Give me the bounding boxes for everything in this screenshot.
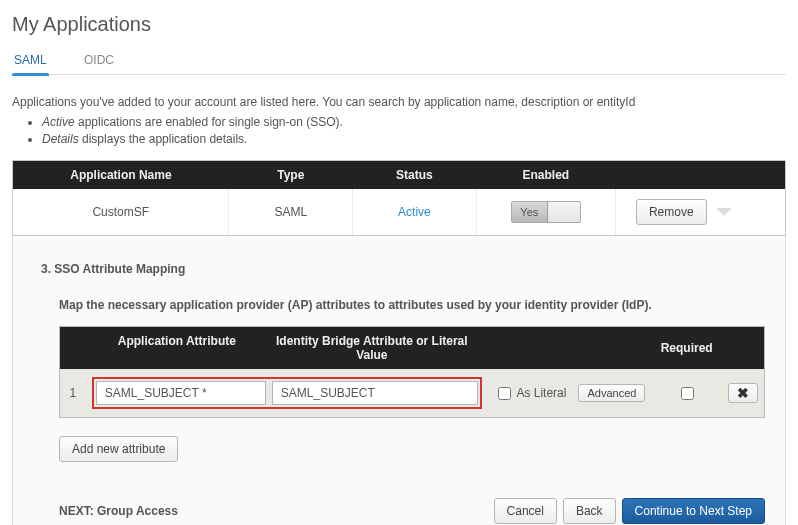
- section-desc: Map the necessary application provider (…: [59, 298, 769, 312]
- intro-list: Active applications are enabled for sing…: [32, 115, 786, 146]
- app-name-cell: CustomSF: [13, 189, 229, 236]
- intro-bullet-rest: applications are enabled for single sign…: [75, 115, 343, 129]
- cancel-button[interactable]: Cancel: [494, 498, 557, 524]
- intro-bullet-active: Active applications are enabled for sing…: [42, 115, 786, 129]
- row-index: 1: [60, 369, 86, 417]
- back-button[interactable]: Back: [563, 498, 616, 524]
- col-required: Required: [651, 327, 722, 369]
- intro-bullet-italic: Active: [42, 115, 75, 129]
- add-attribute-button[interactable]: Add new attribute: [59, 436, 178, 462]
- remove-button[interactable]: Remove: [636, 199, 707, 225]
- bridge-attribute-input[interactable]: [272, 381, 478, 405]
- enabled-toggle[interactable]: Yes: [511, 201, 581, 223]
- detail-panel: 3. SSO Attribute Mapping Map the necessa…: [12, 236, 786, 525]
- intro-bullet-rest: displays the application details.: [79, 132, 248, 146]
- delete-row-button[interactable]: ✖: [728, 383, 758, 403]
- app-row: CustomSF SAML Active Yes Remove: [13, 189, 786, 236]
- x-icon: ✖: [737, 386, 749, 400]
- footer-bar: NEXT: Group Access Cancel Back Continue …: [29, 492, 769, 524]
- attribute-row: 1 As Literal Advanced: [60, 369, 764, 417]
- col-app-name: Application Name: [13, 161, 229, 190]
- next-step-label: NEXT: Group Access: [59, 504, 488, 518]
- app-type-cell: SAML: [229, 189, 353, 236]
- as-literal-label: As Literal: [516, 385, 566, 399]
- tab-saml[interactable]: SAML: [12, 47, 49, 75]
- attribute-mapping-table: Application Attribute Identity Bridge At…: [59, 326, 765, 418]
- col-application-attribute: Application Attribute: [92, 334, 262, 362]
- section-title: 3. SSO Attribute Mapping: [41, 262, 769, 276]
- advanced-button[interactable]: Advanced: [578, 384, 645, 402]
- as-literal-checkbox[interactable]: [498, 387, 511, 400]
- application-attribute-input[interactable]: [96, 381, 266, 405]
- intro-text: Applications you've added to your accoun…: [12, 95, 786, 109]
- continue-button[interactable]: Continue to Next Step: [622, 498, 765, 524]
- col-bridge-attribute: Identity Bridge Attribute or Literal Val…: [262, 334, 482, 362]
- col-type: Type: [229, 161, 353, 190]
- highlight-box: [92, 377, 482, 409]
- tab-oidc[interactable]: OIDC: [82, 47, 116, 75]
- applications-table: Application Name Type Status Enabled Cus…: [12, 160, 786, 236]
- required-checkbox[interactable]: [681, 387, 694, 400]
- expand-chevron-icon[interactable]: [716, 208, 732, 216]
- col-enabled: Enabled: [476, 161, 615, 190]
- app-status-link[interactable]: Active: [398, 205, 431, 219]
- intro-bullet-details: Details displays the application details…: [42, 132, 786, 146]
- tabs: SAML OIDC: [12, 46, 786, 75]
- col-status: Status: [353, 161, 477, 190]
- intro-bullet-italic: Details: [42, 132, 79, 146]
- toggle-knob: Yes: [512, 202, 548, 222]
- page-title: My Applications: [12, 13, 786, 36]
- col-actions: [615, 161, 785, 190]
